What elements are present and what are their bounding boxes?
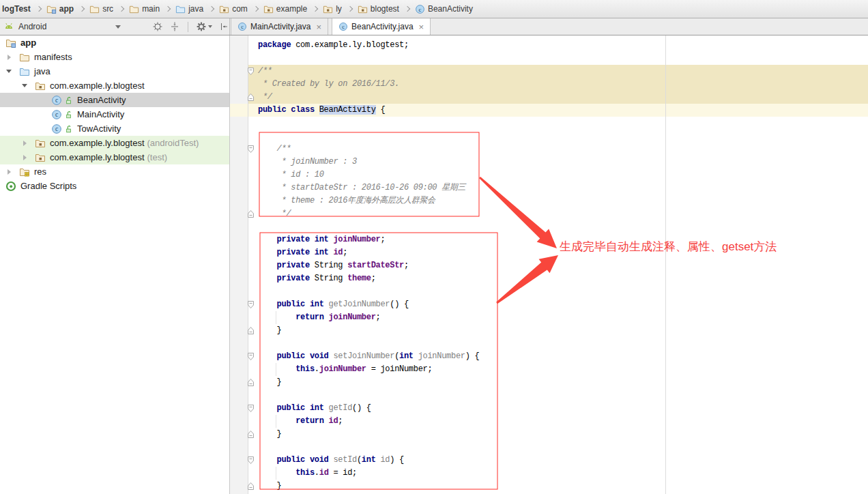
- fold-marker-icon[interactable]: [248, 301, 254, 308]
- class-icon: c: [51, 109, 62, 120]
- tree-item-beanactivity[interactable]: cBeanActivity: [0, 93, 229, 107]
- tree-item-gradle-scripts[interactable]: Gradle Scripts: [0, 179, 229, 193]
- code-line[interactable]: [248, 117, 868, 130]
- close-icon[interactable]: ×: [316, 23, 321, 31]
- tab-beanactivity-java[interactable]: cBeanActivity.java×: [332, 18, 431, 35]
- code-line[interactable]: private int id;: [248, 246, 868, 259]
- code-line[interactable]: [248, 52, 868, 65]
- code-line[interactable]: [248, 220, 868, 233]
- fold-marker-icon[interactable]: [248, 482, 254, 490]
- arrow-spacer: [36, 110, 46, 119]
- code-line[interactable]: public int getJoinNumber() {: [248, 298, 868, 311]
- code-line[interactable]: private int joinNumber;: [248, 233, 868, 246]
- fold-marker-icon[interactable]: [248, 405, 254, 412]
- code-line[interactable]: }: [248, 376, 868, 389]
- code-line[interactable]: package com.example.ly.blogtest;: [248, 39, 868, 52]
- code-line[interactable]: }: [248, 480, 868, 493]
- code-line[interactable]: this.id = id;: [248, 467, 868, 480]
- tree-item-com-example-ly-blogtest[interactable]: com.example.ly.blogtest(androidTest): [0, 136, 229, 150]
- tree-item-app[interactable]: app: [0, 35, 229, 50]
- project-panel-toolbar: Android: [0, 18, 230, 35]
- close-icon[interactable]: ×: [419, 23, 424, 31]
- tree-item-label: MainActivity: [77, 109, 124, 119]
- code-line[interactable]: public void setId(int id) {: [248, 454, 868, 467]
- fold-marker-icon[interactable]: [248, 431, 254, 438]
- code-line[interactable]: }: [248, 428, 868, 441]
- breadcrumb-item-java[interactable]: java: [175, 4, 203, 14]
- breadcrumb-separator-icon: [165, 6, 171, 12]
- expand-arrow-icon[interactable]: [20, 153, 29, 162]
- collapse-button[interactable]: [169, 20, 180, 33]
- tree-item-com-example-ly-blogtest[interactable]: com.example.ly.blogtest(test): [0, 150, 229, 164]
- fold-marker-icon[interactable]: [248, 145, 254, 153]
- breadcrumb-item-blogtest[interactable]: blogtest: [358, 4, 399, 14]
- code-line[interactable]: * Created by ly on 2016/11/3.: [248, 78, 868, 91]
- breadcrumb-label: ly: [336, 4, 342, 14]
- class-icon: c: [51, 124, 62, 134]
- tree-item-mainactivity[interactable]: cMainActivity: [0, 107, 229, 121]
- code-line[interactable]: return joinNumber;: [248, 311, 868, 324]
- code-line[interactable]: * joinNumber : 3: [248, 156, 868, 169]
- breadcrumb-item-main[interactable]: main: [129, 4, 160, 14]
- tab-mainactivity-java[interactable]: cMainActivity.java×: [231, 18, 328, 35]
- gear-button[interactable]: [196, 20, 212, 33]
- code-line[interactable]: /**: [248, 143, 868, 156]
- code-line[interactable]: public class BeanActivity {: [248, 104, 868, 117]
- tree-item-towactivity[interactable]: cTowActivity: [0, 121, 229, 136]
- code-line[interactable]: * id : 10: [248, 169, 868, 181]
- fold-marker-icon[interactable]: [248, 379, 254, 386]
- breadcrumb-item-ly[interactable]: ly: [323, 4, 342, 14]
- tree-item-manifests[interactable]: manifests: [0, 50, 229, 64]
- project-view-selector[interactable]: Android: [3, 18, 124, 35]
- fold-marker-icon[interactable]: [248, 68, 254, 75]
- code-line[interactable]: private String theme;: [248, 272, 868, 285]
- expand-arrow-icon[interactable]: [20, 81, 29, 91]
- code-area[interactable]: package com.example.ly.blogtest;/** * Cr…: [248, 35, 868, 494]
- code-line[interactable]: */: [248, 207, 868, 220]
- fold-marker-icon[interactable]: [248, 456, 254, 464]
- code-line[interactable]: /**: [248, 65, 868, 78]
- tree-item-label: com.example.ly.blogtest: [50, 152, 145, 162]
- fold-marker-icon[interactable]: [248, 93, 254, 101]
- expand-arrow-icon[interactable]: [4, 167, 14, 177]
- breadcrumb-label: BeanActivity: [428, 4, 473, 14]
- breadcrumb-item-com[interactable]: com: [219, 4, 248, 14]
- code-line[interactable]: private String startDateStr;: [248, 259, 868, 272]
- code-line[interactable]: this.joinNumber = joinNumber;: [248, 363, 868, 376]
- gear-icon: [196, 21, 207, 32]
- class-icon: c: [237, 22, 247, 31]
- breadcrumb-item-logtest[interactable]: logTest: [2, 4, 31, 14]
- fold-marker-icon[interactable]: [248, 327, 254, 334]
- code-line[interactable]: public int getId() {: [248, 402, 868, 415]
- code-line[interactable]: * theme : 2016年度海外高层次人群聚会: [248, 194, 868, 207]
- breadcrumb-item-beanactivity[interactable]: cBeanActivity: [415, 4, 473, 14]
- expand-arrow-icon[interactable]: [4, 53, 14, 62]
- expand-arrow-icon[interactable]: [4, 67, 14, 76]
- code-line[interactable]: [248, 285, 868, 298]
- code-line[interactable]: * startDateStr : 2016-10-26 09:00 星期三: [248, 181, 868, 194]
- indent-guide: [276, 467, 276, 480]
- tree-item-java[interactable]: java: [0, 64, 229, 78]
- tree-item-res[interactable]: res: [0, 164, 229, 179]
- toolbar-buttons: [152, 20, 229, 33]
- code-line[interactable]: [248, 389, 868, 402]
- breadcrumb-item-src[interactable]: src: [89, 4, 113, 14]
- hide-panel-button[interactable]: [218, 20, 229, 33]
- code-line[interactable]: [248, 130, 868, 143]
- fold-marker-icon[interactable]: [248, 210, 254, 218]
- expand-arrow-icon[interactable]: [20, 139, 29, 148]
- breadcrumb-item-app[interactable]: app: [46, 4, 74, 14]
- code-line[interactable]: [248, 337, 868, 350]
- target-button[interactable]: [152, 20, 163, 33]
- tree-item-com-example-ly-blogtest[interactable]: com.example.ly.blogtest: [0, 78, 229, 93]
- breadcrumb-item-example[interactable]: example: [263, 4, 307, 14]
- fold-marker-icon[interactable]: [248, 353, 254, 360]
- code-line[interactable]: */: [248, 91, 868, 104]
- svg-text:c: c: [55, 111, 58, 118]
- code-line[interactable]: }: [248, 324, 868, 337]
- code-editor[interactable]: package com.example.ly.blogtest;/** * Cr…: [230, 35, 868, 494]
- indent-guide: [276, 311, 276, 324]
- code-line[interactable]: return id;: [248, 415, 868, 428]
- code-line[interactable]: public void setJoinNumber(int joinNumber…: [248, 350, 868, 363]
- code-line[interactable]: [248, 441, 868, 454]
